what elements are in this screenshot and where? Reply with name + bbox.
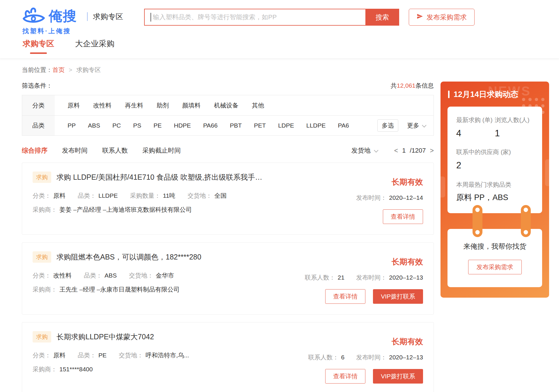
filter-type-option[interactable]: PBT (230, 122, 242, 129)
listing-title[interactable]: 求购阻燃本色ABS，可以调颜色，182****280 (56, 252, 201, 262)
meta-type: 品类：PE (78, 351, 107, 359)
meta-category: 分类：原料 (33, 192, 66, 200)
publish-time: 发布时间：2020–12–14 (356, 194, 423, 202)
filter-title: 筛选条件： (22, 82, 52, 90)
status-badge: 长期有效 (392, 177, 423, 187)
tab-buy-zone[interactable]: 求购专区 (23, 38, 54, 59)
listing-title[interactable]: 求购 LLDPE/美国杜邦/41E710 食品级 吹塑级,挤出级联系我手… (56, 172, 262, 182)
breadcrumb-prefix: 当前位置： (22, 66, 52, 73)
meta-delivery-place: 交货地：金华市 (129, 271, 174, 280)
breadcrumb-home-link[interactable]: 首页 (52, 66, 65, 73)
view-details-button[interactable]: 查看详情 (325, 369, 365, 384)
listing-card[interactable]: 求购 求购阻燃本色ABS，可以调颜色，182****280 分类：改性料 品类：… (22, 242, 434, 315)
hot-categories: 本周最热门求购品类 原料 PP，ABS (456, 181, 533, 203)
vip-call-button[interactable]: VIP拨打联系 (373, 369, 423, 384)
more-button[interactable]: 更多 (407, 121, 425, 130)
publish-time: 发布时间：2020–12–13 (356, 273, 423, 282)
filter-type-option[interactable]: HDPE (174, 122, 191, 129)
filter-type-option[interactable]: ABS (88, 122, 100, 129)
logo[interactable]: 俺搜 找塑料·上俺搜 (21, 6, 77, 36)
stat-suppliers-in-contact: 联系中的供应商 (家) 2 (456, 148, 533, 171)
ring-icon (521, 205, 531, 237)
shipping-origin-dropdown[interactable]: 发货地 (351, 146, 377, 155)
filter-type-option[interactable]: PC (112, 122, 121, 129)
cta-text: 来俺搜，我帮你找货 (453, 242, 536, 251)
filter-category-option[interactable]: 助剂 (157, 101, 169, 110)
search-bar: 搜索 (144, 9, 399, 26)
meta-type: 品类：LLDPE (78, 192, 118, 200)
brand-tagline: 找塑料·上俺搜 (22, 27, 77, 36)
filter-type-option[interactable]: LDPE (278, 122, 294, 129)
meta-quantity: 采购数量：11吨 (130, 192, 176, 200)
contact-count: 联系人数：6 (308, 353, 345, 361)
meta-delivery-place: 交货地：全国 (187, 192, 227, 200)
status-badge: 长期有效 (392, 336, 423, 347)
meta-type: 品类：ABS (84, 271, 117, 280)
meta-delivery-place: 交货地：呼和浩特市,乌... (119, 351, 189, 359)
sort-option-contact-count[interactable]: 联系人数 (102, 146, 128, 155)
main-tabs: 求购专区 大企业采购 (0, 38, 559, 59)
filter-category-option[interactable]: 颜填料 (182, 101, 201, 110)
buy-badge: 求购 (33, 172, 51, 183)
filter-category-option[interactable]: 机械设备 (214, 101, 238, 110)
buy-badge: 求购 (33, 251, 51, 263)
breadcrumb-separator: > (69, 66, 72, 73)
title-bar-decoration (448, 91, 450, 98)
filter-type-option[interactable]: PA66 (203, 122, 218, 129)
buyer-info: 采购商：151****8400 (33, 365, 189, 373)
filter-type-option[interactable]: LLDPE (306, 122, 326, 129)
view-details-button[interactable]: 查看详情 (325, 289, 365, 304)
filter-category-option[interactable]: 其他 (252, 101, 264, 110)
filter-table: 分类 原料 改性料 再生料 助剂 颜填料 机械设备 其他 品类 PP ABS P… (22, 95, 434, 136)
meta-category: 分类：原料 (33, 351, 66, 359)
filter-row-label-category: 分类 (22, 95, 55, 115)
filter-type-option[interactable]: PP (68, 122, 76, 129)
stat-viewers: 浏览人数(人) 1 (495, 116, 534, 139)
view-details-button[interactable]: 查看详情 (383, 209, 423, 224)
ring-icon (473, 205, 482, 237)
filter-type-option[interactable]: PE (153, 122, 162, 129)
sort-option-comprehensive[interactable]: 综合排序 (22, 146, 47, 155)
sort-option-deadline[interactable]: 采购截止时间 (142, 146, 181, 155)
brand-name: 俺搜 (49, 7, 77, 25)
panel-stats-card: 最新求购 (单) 4 浏览人数(人) 1 联系中的供应商 (家) 2 本周最热门… (447, 107, 542, 213)
buyer-info: 采购商：姜姜 –产品经理 –上海迪塔班克数据科技有限公司 (33, 206, 262, 214)
brand-rabbit-icon (21, 6, 46, 26)
header-divider (87, 12, 88, 21)
breadcrumb: 当前位置：首页>求购专区 (0, 59, 559, 74)
stat-latest-demand: 最新求购 (单) 4 (456, 116, 495, 139)
filter-row-label-type: 品类 (22, 116, 55, 135)
filter-type-option[interactable]: PA6 (338, 122, 349, 129)
tab-enterprise-purchase[interactable]: 大企业采购 (75, 38, 114, 59)
panel-stripe-decoration (545, 159, 549, 186)
filter-type-option[interactable]: PS (133, 122, 141, 129)
status-badge: 长期有效 (392, 257, 423, 267)
chevron-down-icon (422, 123, 427, 128)
vip-call-button[interactable]: VIP拨打联系 (373, 289, 423, 304)
daily-demand-panel: NEWS 12月14日求购动态 最新求购 (单) 4 浏览人数(人) 1 联 (441, 82, 549, 298)
publish-demand-button[interactable]: 发布采购需求 (409, 9, 475, 26)
filter-category-option[interactable]: 原料 (68, 101, 80, 110)
search-input[interactable] (144, 9, 365, 26)
sort-bar: 综合排序 发布时间 联系人数 采购截止时间 发货地 < 1 /1207 > (22, 146, 434, 155)
listing-title[interactable]: 长期求购LLDPE中煤蒙大7042 (56, 332, 154, 342)
filter-category-option[interactable]: 改性料 (93, 101, 112, 110)
chevron-down-icon (374, 148, 378, 153)
publish-time: 发布时间：2020–12–13 (356, 353, 423, 361)
filter-category-option[interactable]: 再生料 (125, 101, 143, 110)
page-header: 俺搜 找塑料·上俺搜 求购专区 搜索 发布采购需求 求购专区 大企业采购 (0, 0, 559, 59)
sort-option-publish-time[interactable]: 发布时间 (62, 146, 88, 155)
buy-badge: 求购 (33, 331, 51, 342)
search-button[interactable]: 搜索 (365, 9, 399, 26)
prev-page-button[interactable]: < (394, 147, 398, 155)
listing-card[interactable]: 求购 求购 LLDPE/美国杜邦/41E710 食品级 吹塑级,挤出级联系我手…… (22, 163, 434, 235)
listing-card[interactable]: 求购 长期求购LLDPE中煤蒙大7042 分类：原料 品类：PE 交货地：呼和浩… (22, 322, 434, 392)
panel-cta-card: 来俺搜，我帮你找货 发布采购需求 (447, 229, 542, 287)
meta-category: 分类：改性料 (33, 271, 72, 280)
coupon-rings-decoration (447, 213, 542, 229)
panel-publish-demand-button[interactable]: 发布采购需求 (468, 260, 522, 274)
text-caret (151, 13, 151, 22)
next-page-button[interactable]: > (430, 147, 434, 155)
filter-type-option[interactable]: PET (254, 122, 266, 129)
multi-select-button[interactable]: 多选 (377, 119, 398, 132)
